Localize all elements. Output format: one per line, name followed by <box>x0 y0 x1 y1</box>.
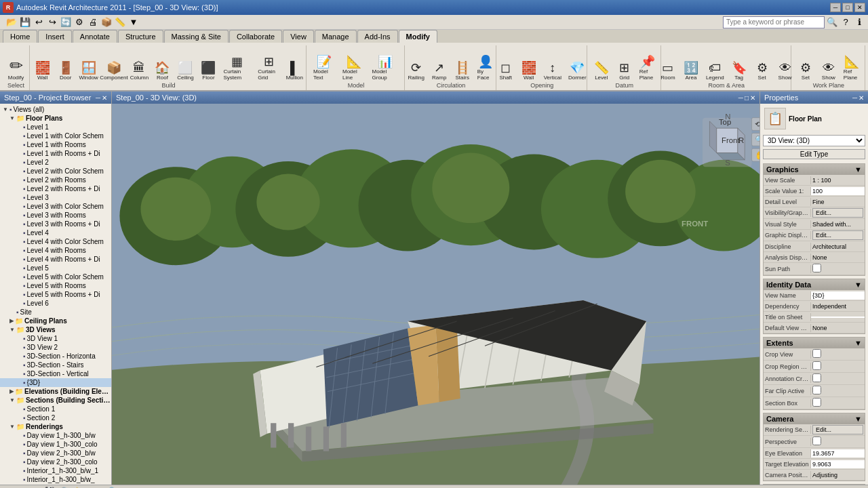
graphicdisplay-edit-button[interactable]: Edit... <box>812 230 863 240</box>
tree-item[interactable]: ▪Interior_1_h-300_b/w_ <box>0 475 111 484</box>
ribbon-btn-column[interactable]: 🏛Column <box>128 60 150 82</box>
ribbon-tab-manage[interactable]: Manage <box>315 30 357 43</box>
targetelevation-value[interactable]: 9.9063 <box>811 460 865 468</box>
tree-item[interactable]: ▪Level 2 with Color Schem <box>0 167 111 176</box>
help-menu-button[interactable]: ? <box>840 16 852 28</box>
qa-settings-button[interactable]: ⚙ <box>73 16 85 28</box>
ribbon-tab-add-ins[interactable]: Add-Ins <box>357 30 398 43</box>
rendering-edit-button[interactable]: Edit... <box>812 425 863 434</box>
tree-toggle-icon[interactable]: ▶ <box>9 388 14 394</box>
ribbon-btn-set[interactable]: ⚙Set <box>795 60 816 82</box>
view-selector[interactable]: 3D View: (3D) <box>763 135 865 146</box>
tree-item[interactable]: ▪Day view 2_h-300_b/w <box>0 449 111 458</box>
pb-close-icon[interactable]: ✕ <box>102 94 107 102</box>
viewname-value[interactable]: {3D} <box>811 291 865 300</box>
tree-toggle-icon[interactable]: ▼ <box>9 115 15 121</box>
cropregion-checkbox[interactable] <box>812 361 821 370</box>
ribbon-tab-annotate[interactable]: Annotate <box>73 30 117 43</box>
tree-item[interactable]: ▪Interior_1_h-300_b/w_1 <box>0 466 111 475</box>
maximize-button[interactable]: □ <box>842 3 853 12</box>
ribbon-tab-structure[interactable]: Structure <box>118 30 163 43</box>
tree-item[interactable]: ▪Level 4 with Color Schem <box>0 237 111 246</box>
ribbon-btn-ramp[interactable]: ↗Ramp <box>429 60 450 82</box>
tree-item[interactable]: ▪3D View 2 <box>0 343 111 352</box>
cropview-checkbox[interactable] <box>812 349 821 358</box>
tree-item[interactable]: ▪Level 1 <box>0 123 111 131</box>
qa-measure-button[interactable]: 📏 <box>114 16 126 28</box>
ribbon-btn-roof[interactable]: 🏠Roof <box>151 60 173 82</box>
ribbon-tab-collaborate[interactable]: Collaborate <box>229 30 282 43</box>
tree-item[interactable]: ▪Level 4 with Rooms <box>0 246 111 255</box>
tree-item[interactable]: ▪Level 2 <box>0 158 111 167</box>
ribbon-btn-model-text[interactable]: 📝Model Text <box>311 54 338 82</box>
tree-item[interactable]: ▪Level 5 with Color Schem <box>0 272 111 281</box>
ribbon-tab-view[interactable]: View <box>283 30 314 43</box>
ribbon-btn-show[interactable]: 👁Show <box>818 60 840 82</box>
cropregion-value[interactable] <box>811 361 865 372</box>
annotationcrop-checkbox[interactable] <box>812 373 821 382</box>
tree-item[interactable]: ▪Day view 1_h-300_b/w <box>0 431 111 440</box>
ribbon-btn-model-group[interactable]: 📊Model Group <box>370 54 402 82</box>
tree-item[interactable]: ▪Level 4 with Rooms + Di <box>0 255 111 264</box>
identity-section-header[interactable]: Identity Data ▼ <box>764 279 865 290</box>
ribbon-btn-stairs[interactable]: 🪜Stairs <box>452 60 473 82</box>
tree-item[interactable]: ▪3D View 1 <box>0 334 111 343</box>
pb-minimize-icon[interactable]: ─ <box>96 94 100 102</box>
prop-close-icon[interactable]: ✕ <box>859 94 864 102</box>
tree-toggle-icon[interactable]: ▼ <box>3 106 8 113</box>
tree-item[interactable]: ▪3D-Section - Vertical <box>0 369 111 378</box>
tree-item[interactable]: ▪Level 5 with Rooms <box>0 281 111 290</box>
farclip-value[interactable] <box>811 385 865 396</box>
tree-item[interactable]: ▪Level 1 with Rooms <box>0 140 111 149</box>
sectionbox-value[interactable] <box>811 397 865 409</box>
tree-item[interactable]: ▪Section 2 <box>0 413 111 422</box>
qa-undo-button[interactable]: ↩ <box>33 16 45 28</box>
tree-toggle-icon[interactable]: ▼ <box>9 424 15 430</box>
ribbon-btn-mullion[interactable]: ▌Mullion <box>283 60 305 82</box>
sectionbox-checkbox[interactable] <box>812 398 821 407</box>
qa-print-button[interactable]: 🖨 <box>87 16 99 28</box>
cropview-value[interactable] <box>811 348 865 360</box>
titleonsheet-value[interactable] <box>811 317 865 318</box>
tree-item[interactable]: ▪Level 3 with Rooms <box>0 211 111 220</box>
search-input[interactable] <box>723 16 825 28</box>
eyeelevation-value[interactable]: 19.3657 <box>811 449 865 458</box>
viewport-canvas[interactable]: FRONT <box>112 104 760 485</box>
qa-sync-button[interactable]: 🔄 <box>60 16 72 28</box>
tree-item[interactable]: ▪Interior_1_h-300_color_ <box>0 484 111 485</box>
tree-item[interactable]: ▪Level 5 <box>0 264 111 272</box>
ribbon-btn-ref-plane[interactable]: 📐Ref Plane <box>841 54 863 82</box>
vp-minimize-icon[interactable]: ─ <box>738 94 743 102</box>
tree-item[interactable]: ▪3D-Section - Stairs <box>0 361 111 369</box>
close-button[interactable]: ✕ <box>854 3 865 12</box>
visibility-edit-button[interactable]: Edit... <box>812 208 863 218</box>
ribbon-btn-legend[interactable]: 🏷Legend <box>703 60 727 82</box>
tree-item[interactable]: ▼▪Views (all) <box>0 105 111 114</box>
tree-item[interactable]: ▪Day view 2_h-300_colo <box>0 458 111 466</box>
tree-item[interactable]: ▪Level 4 <box>0 228 111 237</box>
ribbon-btn-door[interactable]: 🚪Door <box>55 60 77 82</box>
ribbon-btn-model-line[interactable]: 📐Model Line <box>340 54 368 82</box>
prop-minimize-icon[interactable]: ─ <box>852 94 857 102</box>
edit-type-button[interactable]: Edit Type <box>763 149 865 159</box>
tree-item[interactable]: ▼📁Renderings <box>0 422 111 431</box>
tree-item[interactable]: ▪Level 1 with Rooms + Di <box>0 149 111 158</box>
tree-item[interactable]: ▪3D-Section - Horizonta <box>0 352 111 361</box>
graphics-section-header[interactable]: Graphics ▼ <box>764 164 865 175</box>
farclip-checkbox[interactable] <box>812 386 821 394</box>
tree-item[interactable]: ▼📁Floor Plans <box>0 114 111 123</box>
tree-item[interactable]: ▪Day view 1_h-300_colo <box>0 440 111 449</box>
tree-item[interactable]: ▪Level 3 <box>0 193 111 202</box>
ribbon-btn-modify[interactable]: ✏Modify <box>5 56 27 82</box>
ribbon-btn-set[interactable]: ⚙Set <box>751 60 773 82</box>
ribbon-tab-massing-&-site[interactable]: Massing & Site <box>164 30 229 43</box>
extents-section-header[interactable]: Extents ▼ <box>764 338 865 348</box>
ribbon-btn-grid[interactable]: ⊞Grid <box>614 60 635 82</box>
ribbon-btn-curtain-grid[interactable]: ⊞Curtain Grid <box>255 54 282 82</box>
tree-item[interactable]: ▪Level 2 with Rooms + Di <box>0 184 111 193</box>
ribbon-btn-by-face[interactable]: 👤By Face <box>475 54 496 82</box>
ribbon-btn-ref-plane[interactable]: 📌Ref Plane <box>637 54 658 82</box>
tree-item[interactable]: ▪Section 1 <box>0 405 111 413</box>
tree-item[interactable]: ▶📁Ceiling Plans <box>0 317 111 325</box>
ribbon-btn-curtain-system[interactable]: ▦Curtain System <box>220 54 254 82</box>
